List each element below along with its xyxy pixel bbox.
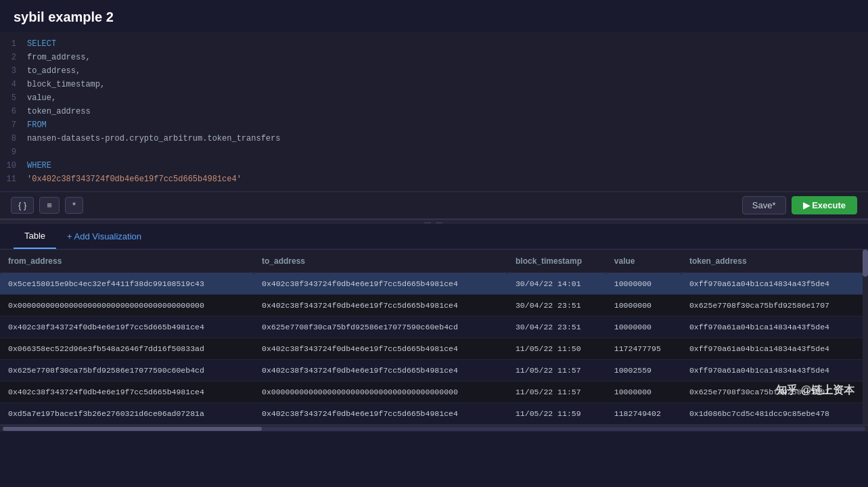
tabs-bar: Table + Add Visualization [0,224,868,250]
code-line-1: 1SELECT [0,37,868,51]
table-header-row: from_address to_address block_timestamp … [0,250,868,273]
cell-value: 1182749402 [606,403,681,425]
line-content: WHERE [27,160,51,172]
line-content: from_address, [27,51,91,64]
code-line-4: 4 block_timestamp, [0,78,868,91]
col-from-address: from_address [0,250,254,273]
code-line-6: 6 token_address [0,105,868,118]
line-number: 10 [0,160,27,172]
table-row[interactable]: 0x5ce158015e9bc4ec32ef4411f38dc99108519c… [0,273,868,295]
cell-value: 10000000 [606,295,681,317]
table-row[interactable]: 0x066358ec522d96e3fb548a2646f7dd16f50833… [0,338,868,360]
table-row[interactable]: 0x625e7708f30ca75bfd92586e17077590c60eb4… [0,360,868,381]
line-number: 7 [0,119,27,131]
cell-block-timestamp: 11/05/22 11:57 [507,381,606,403]
cell-from-address: 0x625e7708f30ca75bfd92586e17077590c60eb4… [0,360,254,381]
cell-value: 1172477795 [606,338,681,360]
line-number: 3 [0,65,27,77]
col-to-address: to_address [254,250,507,273]
cell-block-timestamp: 11/05/22 11:59 [507,403,606,425]
cell-from-address: 0x00000000000000000000000000000000000000… [0,295,254,317]
json-btn[interactable]: { } [11,197,34,214]
cell-from-address: 0x5ce158015e9bc4ec32ef4411f38dc99108519c… [0,273,254,295]
cell-to-address: 0x402c38f343724f0db4e6e19f7cc5d665b4981c… [254,273,507,295]
line-number: 9 [0,146,27,158]
line-content: '0x402c38f343724f0db4e6e19f7cc5d665b4981… [27,173,242,185]
cell-token-address: 0x1d086bc7cd5c481dcc9c85ebe478 [681,403,868,425]
results-table: from_address to_address block_timestamp … [0,250,868,425]
cell-block-timestamp: 30/04/22 23:51 [507,317,606,338]
add-visualization-btn[interactable]: + Add Visualization [56,225,152,248]
line-content: SELECT [27,38,56,50]
code-line-2: 2 from_address, [0,51,868,64]
code-line-9: 9 [0,145,868,159]
editor-section: 1SELECT2 from_address,3 to_address,4 blo… [0,32,868,220]
table-row[interactable]: 0x402c38f343724f0db4e6e19f7cc5d665b4981c… [0,381,868,403]
line-number: 1 [0,38,27,50]
cell-value: 10000000 [606,381,681,403]
code-line-11: 11 '0x402c38f343724f0db4e6e19f7cc5d665b4… [0,172,868,186]
code-line-10: 10WHERE [0,159,868,172]
line-number: 5 [0,92,27,104]
cell-token-address: 0x625e7708f30ca75bfd92586e1707 [681,295,868,317]
code-line-3: 3 to_address, [0,64,868,78]
cell-to-address: 0x402c38f343724f0db4e6e19f7cc5d665b4981c… [254,403,507,425]
save-button[interactable]: Save* [742,196,786,214]
cell-token-address: 0xff970a61a04b1ca14834a43f5de4 [681,338,868,360]
cell-value: 10002559 [606,360,681,381]
code-area: 1SELECT2 from_address,3 to_address,4 blo… [0,32,868,191]
cell-block-timestamp: 11/05/22 11:57 [507,360,606,381]
page-title: sybil example 2 [0,0,868,32]
line-number: 2 [0,51,27,64]
col-token-address: token_address [681,250,868,273]
horizontal-scrollbar[interactable] [0,425,868,432]
cell-from-address: 0xd5a7e197bace1f3b26e2760321d6ce06ad0728… [0,403,254,425]
cell-token-address: 0xff970a61a04b1ca14834a43f5de4 [681,360,868,381]
cell-token-address: 0xff970a61a04b1ca14834a43f5de4 [681,273,868,295]
cell-to-address: 0x625e7708f30ca75bfd92586e17077590c60eb4… [254,317,507,338]
line-content: token_address [27,106,91,118]
cell-from-address: 0x066358ec522d96e3fb548a2646f7dd16f50833… [0,338,254,360]
toolbar: { } ≡ * Save* Execute [0,191,868,219]
cell-block-timestamp: 30/04/22 23:51 [507,295,606,317]
col-block-timestamp: block_timestamp [507,250,606,273]
cell-to-address: 0x402c38f343724f0db4e6e19f7cc5d665b4981c… [254,360,507,381]
table-row[interactable]: 0xd5a7e197bace1f3b26e2760321d6ce06ad0728… [0,403,868,425]
watermark: 知乎 @链上资本 [776,384,854,398]
line-number: 11 [0,173,27,185]
vertical-scrollbar-thumb [863,250,868,277]
line-content: block_timestamp, [27,78,105,91]
cell-value: 10000000 [606,273,681,295]
line-content: nansen-datasets-prod.crypto_arbitrum.tok… [27,133,280,145]
line-content: value, [27,92,56,104]
table-row[interactable]: 0x402c38f343724f0db4e6e19f7cc5d665b4981c… [0,317,868,338]
code-line-7: 7FROM [0,118,868,132]
col-value: value [606,250,681,273]
cell-block-timestamp: 30/04/22 14:01 [507,273,606,295]
line-number: 8 [0,133,27,145]
code-line-8: 8 nansen-datasets-prod.crypto_arbitrum.t… [0,132,868,145]
cell-to-address: 0x402c38f343724f0db4e6e19f7cc5d665b4981c… [254,338,507,360]
line-number: 4 [0,78,27,91]
code-line-5: 5 value, [0,91,868,105]
tab-table[interactable]: Table [14,224,56,249]
scrollbar-thumb [3,427,262,431]
execute-button[interactable]: Execute [792,196,858,214]
line-content: to_address, [27,65,81,77]
cell-token-address: 0xff970a61a04b1ca14834a43f5de4 [681,317,868,338]
cell-value: 10000000 [606,317,681,338]
results-section: Table + Add Visualization from_address t… [0,224,868,432]
line-content: FROM [27,119,47,131]
cell-from-address: 0x402c38f343724f0db4e6e19f7cc5d665b4981c… [0,317,254,338]
vertical-scrollbar[interactable] [863,250,868,425]
cell-block-timestamp: 11/05/22 11:50 [507,338,606,360]
cell-from-address: 0x402c38f343724f0db4e6e19f7cc5d665b4981c… [0,381,254,403]
table-row[interactable]: 0x00000000000000000000000000000000000000… [0,295,868,317]
cell-to-address: 0x402c38f343724f0db4e6e19f7cc5d665b4981c… [254,295,507,317]
cell-to-address: 0x00000000000000000000000000000000000000… [254,381,507,403]
line-number: 6 [0,106,27,118]
list-btn[interactable]: ≡ [39,197,60,214]
table-container[interactable]: from_address to_address block_timestamp … [0,250,868,425]
star-btn[interactable]: * [65,197,83,214]
